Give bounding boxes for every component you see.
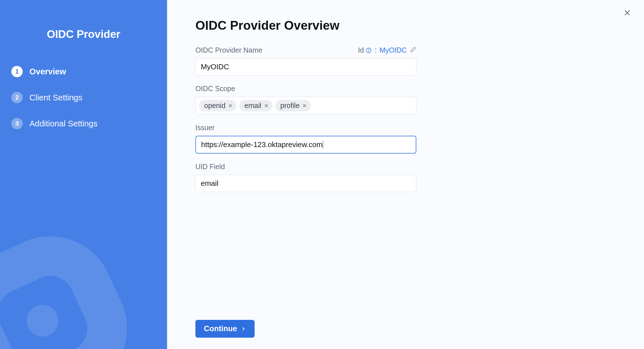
scope-tags-input[interactable]: openid email profile — [195, 97, 416, 115]
scope-tag: profile — [275, 100, 311, 111]
tag-text: profile — [280, 102, 300, 110]
step-label: Overview — [29, 67, 66, 76]
steps-nav: 1 Overview 2 Client Settings 3 Additiona… — [11, 66, 156, 129]
sidebar-title: OIDC Provider — [11, 28, 156, 40]
svg-point-1 — [22, 300, 64, 342]
svg-point-6 — [369, 49, 369, 49]
field-header: OIDC Provider Name Id : MyOIDC — [195, 46, 416, 54]
close-icon — [302, 104, 307, 108]
step-number: 1 — [11, 66, 23, 77]
id-section: Id : MyOIDC — [358, 46, 416, 54]
chevron-right-icon — [241, 326, 246, 331]
step-client-settings[interactable]: 2 Client Settings — [11, 92, 156, 103]
field-provider-name: OIDC Provider Name Id : MyOIDC — [195, 46, 416, 76]
step-label: Additional Settings — [29, 119, 97, 128]
tag-remove-button[interactable] — [264, 104, 268, 108]
step-overview[interactable]: 1 Overview — [11, 66, 156, 77]
tag-text: openid — [204, 102, 225, 110]
tag-text: email — [244, 102, 261, 110]
sidebar: OIDC Provider 1 Overview 2 Client Settin… — [0, 0, 167, 349]
page-title: OIDC Provider Overview — [195, 18, 616, 33]
id-value: MyOIDC — [379, 46, 407, 54]
step-additional-settings[interactable]: 3 Additional Settings — [11, 118, 156, 129]
sidebar-decoration — [0, 189, 167, 349]
text-cursor — [323, 141, 323, 149]
step-number: 2 — [11, 92, 23, 103]
issuer-value: https://example-123.oktapreview.com — [201, 140, 323, 149]
field-issuer: Issuer https://example-123.oktapreview.c… — [195, 124, 416, 154]
main-content: OIDC Provider Overview OIDC Provider Nam… — [167, 0, 644, 349]
close-icon — [624, 9, 631, 16]
id-label: Id — [358, 46, 364, 54]
info-icon[interactable] — [366, 47, 372, 53]
uid-input[interactable] — [195, 175, 416, 192]
close-button[interactable] — [622, 6, 633, 20]
field-scope: OIDC Scope openid email profile — [195, 85, 416, 115]
id-colon: : — [375, 46, 377, 54]
field-header: UID Field — [195, 163, 416, 171]
issuer-label: Issuer — [195, 124, 215, 132]
tag-remove-button[interactable] — [228, 104, 233, 108]
svg-rect-0 — [0, 242, 121, 349]
scope-tag: openid — [199, 100, 236, 111]
pencil-icon — [410, 46, 416, 53]
scope-tag: email — [239, 100, 272, 111]
field-uid: UID Field — [195, 163, 416, 192]
provider-name-input[interactable] — [195, 58, 416, 76]
close-icon — [228, 104, 233, 108]
continue-button[interactable]: Continue — [195, 320, 255, 338]
scope-label: OIDC Scope — [195, 85, 235, 93]
issuer-input[interactable]: https://example-123.oktapreview.com — [195, 136, 416, 154]
close-icon — [264, 104, 268, 108]
footer-bar: Continue — [195, 314, 616, 338]
step-number: 3 — [11, 118, 23, 129]
field-header: Issuer — [195, 124, 416, 132]
continue-label: Continue — [204, 324, 237, 333]
provider-name-label: OIDC Provider Name — [195, 46, 262, 54]
step-label: Client Settings — [29, 93, 82, 102]
field-header: OIDC Scope — [195, 85, 416, 93]
tag-remove-button[interactable] — [302, 104, 307, 108]
uid-label: UID Field — [195, 163, 225, 171]
edit-id-button[interactable] — [410, 46, 416, 54]
